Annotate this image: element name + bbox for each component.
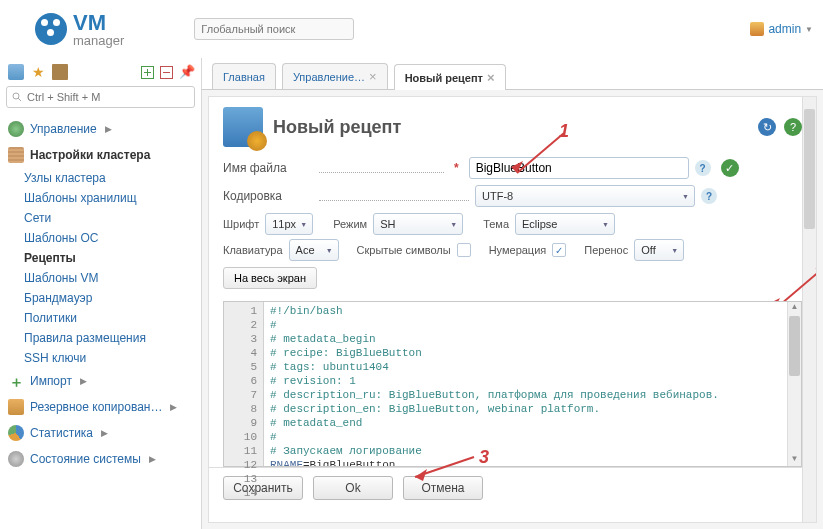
font-select[interactable]: 11px [265, 213, 313, 235]
tab-label: Главная [223, 71, 265, 83]
select-value: SH [380, 218, 395, 230]
user-icon [750, 22, 764, 36]
sidebar-item-store-tpl[interactable]: Шаблоны хранилищ [24, 188, 195, 208]
tab-bar: Главная Управление…× Новый рецепт× [202, 58, 823, 90]
save-button[interactable]: Сохранить [223, 476, 303, 500]
sidebar-toolbar: ★ 📌 [6, 62, 195, 86]
tab-home[interactable]: Главная [212, 63, 276, 89]
sidebar-cluster-sub: Узлы кластера Шаблоны хранилищ Сети Шабл… [6, 168, 195, 368]
check-icon: ✓ [721, 159, 739, 177]
chevron-right-icon: ▶ [80, 376, 87, 386]
label-numbering: Нумерация [489, 244, 547, 256]
sidebar-search-input[interactable] [6, 86, 195, 108]
star-icon[interactable]: ★ [30, 64, 46, 80]
sidebar-item-cluster[interactable]: Настройки кластера [6, 142, 195, 168]
sidebar-item-vm-tpl[interactable]: Шаблоны VM [24, 268, 195, 288]
select-value: 11px [272, 218, 296, 230]
app-logo: VM manager [35, 12, 124, 47]
plus-icon: ＋ [8, 373, 24, 389]
code-editor[interactable]: 1234567891011121314 #!/bin/bash # # meta… [223, 301, 802, 467]
label-mode: Режим [333, 218, 367, 230]
trash-icon[interactable] [52, 64, 68, 80]
content-header: Новый рецепт ↻ ? [209, 97, 816, 153]
page-title: Новый рецепт [273, 117, 401, 138]
collapse-all-icon[interactable] [160, 66, 173, 79]
tab-label: Новый рецепт [405, 72, 483, 84]
help-icon[interactable]: ? [701, 188, 717, 204]
user-name: admin [768, 22, 801, 36]
help-page-icon[interactable]: ? [784, 118, 802, 136]
editor-content[interactable]: #!/bin/bash # # metadata_begin # recipe:… [264, 302, 787, 466]
chevron-right-icon: ▶ [170, 402, 177, 412]
fullscreen-button[interactable]: На весь экран [223, 267, 317, 289]
editor-gutter: 1234567891011121314 [224, 302, 264, 466]
pin-icon[interactable]: 📌 [179, 64, 195, 80]
globe-icon [8, 121, 24, 137]
encoding-select[interactable]: UTF-8 [475, 185, 695, 207]
label-theme: Тема [483, 218, 509, 230]
sidebar-item-manage[interactable]: Управление ▶ [6, 116, 195, 142]
mode-select[interactable]: SH [373, 213, 463, 235]
logo-text-top: VM [73, 12, 124, 34]
refresh-icon[interactable]: ↻ [758, 118, 776, 136]
user-menu[interactable]: admin ▼ [750, 22, 813, 36]
numbering-checkbox[interactable]: ✓ [552, 243, 566, 257]
select-value: Eclipse [522, 218, 557, 230]
tab-label: Управление… [293, 71, 365, 83]
expand-all-icon[interactable] [141, 66, 154, 79]
tab-new-recipe[interactable]: Новый рецепт× [394, 64, 506, 90]
sidebar-item-backup[interactable]: Резервное копирован… ▶ [6, 394, 195, 420]
sidebar-item-firewall[interactable]: Брандмауэр [24, 288, 195, 308]
stack-icon [8, 399, 24, 415]
label-encoding: Кодировка [223, 189, 313, 203]
label-keyboard: Клавиатура [223, 244, 283, 256]
filename-input[interactable] [469, 157, 689, 179]
wrap-select[interactable]: Off [634, 239, 684, 261]
sidebar-label: Управление [30, 122, 97, 136]
sidebar-item-recipes[interactable]: Рецепты [24, 248, 195, 268]
tab-manage[interactable]: Управление…× [282, 63, 388, 89]
label-wrap: Перенос [584, 244, 628, 256]
editor-scrollbar[interactable]: ▲▼ [787, 302, 801, 466]
sidebar-item-policies[interactable]: Политики [24, 308, 195, 328]
chevron-down-icon: ▼ [805, 25, 813, 34]
annotation-2: 2 [816, 253, 817, 274]
chevron-right-icon: ▶ [101, 428, 108, 438]
sidebar-item-os-tpl[interactable]: Шаблоны ОС [24, 228, 195, 248]
ok-button[interactable]: Ok [313, 476, 393, 500]
recipe-icon [223, 107, 263, 147]
required-icon: * [454, 161, 459, 175]
sidebar-item-placement[interactable]: Правила размещения [24, 328, 195, 348]
select-value: Ace [296, 244, 315, 256]
select-value: Off [641, 244, 655, 256]
app-header: VM manager admin ▼ [0, 0, 823, 58]
sidebar-item-ssh[interactable]: SSH ключи [24, 348, 195, 368]
keyboard-select[interactable]: Ace [289, 239, 339, 261]
cancel-button[interactable]: Отмена [403, 476, 483, 500]
sidebar-item-nodes[interactable]: Узлы кластера [24, 168, 195, 188]
close-icon[interactable]: × [487, 70, 495, 85]
sidebar-item-nets[interactable]: Сети [24, 208, 195, 228]
main-area: Главная Управление…× Новый рецепт× Новый… [202, 58, 823, 529]
label-hidden: Скрытые символы [357, 244, 451, 256]
help-icon[interactable]: ? [695, 160, 711, 176]
label-font: Шрифт [223, 218, 259, 230]
form: 1 Имя файла * ? ✓ Кодировка UTF-8 ? [209, 153, 816, 301]
hidden-checkbox[interactable] [457, 243, 471, 257]
sidebar-label: Резервное копирован… [30, 400, 162, 414]
logo-icon [35, 13, 67, 45]
chevron-right-icon: ▶ [105, 124, 112, 134]
sidebar-label: Статистика [30, 426, 93, 440]
global-search-input[interactable] [194, 18, 354, 40]
logo-text-bottom: manager [73, 34, 124, 47]
sidebar-label: Состояние системы [30, 452, 141, 466]
sidebar-item-system[interactable]: Состояние системы ▶ [6, 446, 195, 472]
close-icon[interactable]: × [369, 69, 377, 84]
sidebar-label: Настройки кластера [30, 148, 150, 162]
chevron-right-icon: ▶ [149, 454, 156, 464]
theme-select[interactable]: Eclipse [515, 213, 615, 235]
list-icon[interactable] [8, 64, 24, 80]
content-panel: Новый рецепт ↻ ? 1 Имя файла * ? ✓ [208, 96, 817, 523]
sidebar-item-import[interactable]: ＋ Импорт ▶ [6, 368, 195, 394]
sidebar-item-stats[interactable]: Статистика ▶ [6, 420, 195, 446]
